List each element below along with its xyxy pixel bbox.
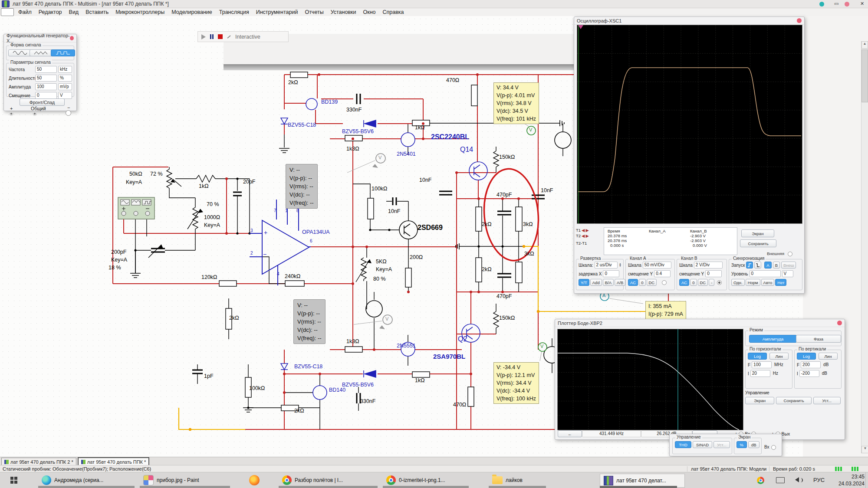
t1-right-icon[interactable]: ▶ [585,228,589,233]
amplitude-input[interactable]: 100 [35,83,57,90]
cha-dc-button[interactable]: DC [647,279,657,286]
bode-plotter-window[interactable]: Плоттер Боде-XBP2 Режим Амплитуда Фаза П… [555,319,845,440]
thd-settings-button[interactable]: Уст... [713,441,730,448]
db-button[interactable]: dB [748,441,760,448]
cha-zero-button[interactable]: 0 [639,279,645,286]
probe-readout-gray-1[interactable]: V: -- V(p-p): -- V(rms): -- V(dc): -- V(… [286,164,318,209]
scrollbar-thumb[interactable] [861,49,868,102]
chb-scale-input[interactable]: 2 V/Div [694,262,723,269]
function-generator-titlebar[interactable]: Функциональный генератор-X... [4,34,76,43]
tab-doc-1[interactable]: лат 95вт 470 делать ППК * [78,457,150,465]
scrollbar-up-icon[interactable]: ▲ [861,41,868,49]
v-lin-button[interactable]: Лин [819,353,838,360]
cha-scale-input[interactable]: 50 mV/Div [643,262,671,269]
probe-readout-bottom[interactable]: V: -34.4 V V(p-p): 12.1 mV V(rms): 34.4 … [493,362,539,404]
sine-wave-button[interactable] [8,49,32,56]
falling-edge-icon[interactable] [754,262,761,269]
v-i-unit[interactable]: dB [821,370,834,377]
yt-button[interactable]: Y/T [579,279,589,286]
chb-terminal-radio[interactable] [717,280,722,285]
v-f-input[interactable]: 200 [801,361,821,368]
vertical-scrollbar[interactable]: ▲ ▼ [861,41,868,453]
probe-readout-gray-2[interactable]: V: -- V(p-p): -- V(rms): -- V(dc): -- V(… [293,299,326,344]
trigger-single-button[interactable]: Одн. [731,279,745,286]
trigger-level-input[interactable]: 0 [750,270,781,277]
chb-dc-button[interactable]: DC [698,279,708,286]
start-button[interactable] [10,477,17,484]
chb-zero-button[interactable]: 0 [690,279,697,286]
scope-screen-button[interactable]: Экран [741,229,774,237]
chb-minus-button[interactable]: - [709,279,714,286]
scrollbar-down-icon[interactable]: ▼ [861,446,868,453]
duty-input[interactable]: 50 [35,75,57,82]
tb-delay-input[interactable]: 0 [603,270,619,277]
plus-terminal[interactable] [9,111,13,116]
taskbar-app-edge[interactable]: Андромеда (сериа... [38,474,141,487]
rising-edge-icon[interactable] [746,262,753,269]
h-i-input[interactable]: 20 [750,370,770,377]
t2-left-icon[interactable]: ◀ [582,233,585,238]
bode-settings-button[interactable]: Уст... [813,397,841,404]
t2-right-icon[interactable]: ▶ [585,233,589,238]
v-i-input[interactable]: -200 [799,370,819,377]
pause-button[interactable] [210,34,214,39]
tb-scale-input[interactable]: 2 us/Div [595,262,618,269]
v-f-unit[interactable]: dB [822,362,835,368]
network-icon[interactable] [776,477,785,483]
thd-in-terminal[interactable] [771,445,776,450]
thd-button[interactable]: THD [675,441,691,448]
taskbar-app-folder[interactable]: лайков [489,474,553,487]
trigger-level-unit[interactable]: V [782,270,793,277]
duty-unit[interactable]: % [58,75,72,82]
add-button[interactable]: Add [590,279,602,286]
clock[interactable]: 23:45 24.03.2024 [832,473,865,487]
cha-terminal-radio[interactable] [662,280,667,285]
minus-terminal[interactable] [66,110,71,116]
chb-ac-button[interactable]: AC [679,279,689,286]
tb-spinner[interactable]: ▲▼ [619,263,621,267]
h-log-button[interactable]: Log [748,353,767,360]
cha-offset-input[interactable]: 0.4 [654,270,671,277]
taskbar-app-firefox[interactable] [246,474,275,487]
tray-chrome-icon[interactable] [757,477,764,484]
offset-unit[interactable]: V [58,92,72,99]
trigger-none-button[interactable]: Нет [775,279,786,286]
probe-readout-top[interactable]: V: 34.4 V V(p-p): 4.01 mV V(rms): 34.8 V… [493,82,539,124]
external-trigger-radio[interactable] [788,252,792,256]
interactive-dropdown[interactable]: Interactive [235,34,260,40]
phase-button[interactable]: Фаза [796,335,841,343]
triangle-wave-button[interactable] [30,49,53,56]
square-wave-button[interactable] [51,49,75,56]
function-generator-window[interactable]: Функциональный генератор-X... Форма сигн… [3,34,77,111]
offset-input[interactable]: 0 [35,92,57,99]
ba-button[interactable]: B/A [603,279,614,286]
sinad-button[interactable]: SINAD [693,441,712,448]
freq-input[interactable]: 50 [35,66,57,73]
bode-save-button[interactable]: Сохранить [776,397,811,404]
bode-screen-button[interactable]: Экран [745,397,774,404]
ab-button[interactable]: A/B [615,279,625,286]
taskbar-app-chrome-2[interactable]: 0-izmeritel-t-png.1... [383,474,476,487]
cursor-left-button[interactable]: ← [558,430,582,437]
trigger-ext-button[interactable]: Внеш [781,262,796,269]
bode-titlebar[interactable]: Плоттер Боде-XBP2 [555,319,845,327]
oscilloscope-titlebar[interactable]: Осциллограф-XSC1 [574,17,804,25]
close-icon[interactable] [797,18,802,23]
t1-left-icon[interactable]: ◀ [582,228,585,233]
trigger-b-button[interactable]: B [773,262,780,269]
h-f-input[interactable]: 100 [752,361,772,368]
close-icon[interactable] [70,36,74,40]
taskbar-app-chrome-1[interactable]: Разбор полётов | I... [279,474,385,487]
percent-button[interactable]: % [736,441,747,448]
tab-doc-2[interactable]: лат 95вт 470 делать ППК 2 * [1,458,76,465]
h-lin-button[interactable]: Лин [769,353,789,360]
scope-save-button[interactable]: Сохранить [740,239,776,247]
h-i-unit[interactable]: Hz [772,370,786,377]
probe-readout-current[interactable]: I: 355 mA I(p-p): 729 mA [645,301,686,319]
taskbar-app-paint[interactable]: прибор.jpg - Paint [140,474,237,487]
language-indicator[interactable]: РУС [813,477,825,483]
h-f-unit[interactable]: MHz [773,362,788,368]
trigger-normal-button[interactable]: Норм [746,279,760,286]
freq-unit[interactable]: kHz [58,66,72,73]
amplitude-button[interactable]: Амплитуда [749,335,797,343]
